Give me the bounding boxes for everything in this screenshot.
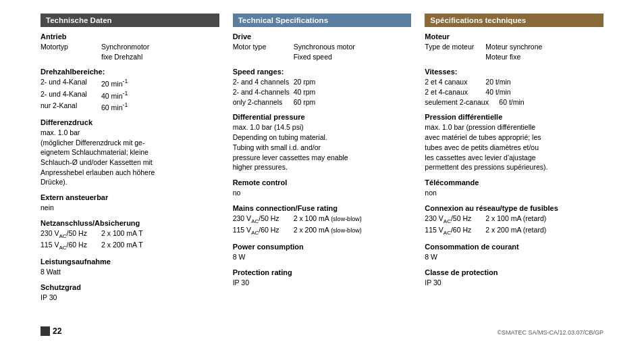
vitesse-label-3: seulement 2-canaux: [425, 97, 499, 107]
connexion-value-1: 2 x 100 mA (retard): [485, 214, 546, 225]
section-body-telecommande: non: [425, 188, 603, 198]
section-body-classe: IP 30: [425, 278, 603, 288]
section-title-classe: Classe de protection: [425, 268, 603, 276]
col-header-de: Technische Daten: [41, 14, 219, 27]
section-title-leistung: Leistungsaufnahme: [41, 257, 219, 266]
section-body-mains: 230 VAC/50 Hz 2 x 100 mA (slow-blow) 115…: [233, 214, 412, 237]
mains-label-2: 115 VAC/60 Hz: [233, 225, 294, 237]
section-classe: Classe de protection IP 30: [425, 268, 603, 288]
section-title-protection: Protection rating: [233, 268, 412, 276]
section-body-pression: max. 1.0 bar (pression différentielle av…: [425, 122, 603, 172]
section-title-drehzahl: Drehzahlbereiche:: [41, 68, 219, 76]
section-body-extern: nein: [41, 203, 219, 213]
page: Technische Daten Antrieb Motortyp Synchr…: [0, 0, 644, 344]
section-netzanschluss: Netzanschluss/Absicherung 230 VAC/50 Hz …: [41, 219, 219, 252]
connexion-value-2: 2 x 200 mA (retard): [485, 225, 546, 237]
page-number-container: 22: [41, 326, 61, 336]
columns-container: Technische Daten Antrieb Motortyp Synchr…: [41, 14, 603, 330]
section-title-consommation: Consommation de courant: [425, 243, 603, 251]
section-title-diff-pressure: Differential pressure: [233, 113, 412, 121]
section-differenzdruck: Differenzdruck max. 1.0 bar (möglicher D…: [41, 118, 219, 187]
section-title-telecommande: Télécommande: [425, 178, 603, 187]
drehzahl-label-2: 2- und 4-Kanal: [41, 89, 101, 101]
section-title-vitesses: Vitesses:: [425, 68, 603, 76]
drehzahl-label-3: nur 2-Kanal: [41, 101, 101, 112]
column-de: Technische Daten Antrieb Motortyp Synchr…: [41, 14, 226, 330]
speed-value-3: 60 rpm: [294, 97, 316, 107]
netz-value-1: 2 x 100 mA T: [101, 228, 143, 240]
section-body-schutz: IP 30: [41, 293, 219, 303]
section-body-vitesses: 2 et 4 canaux 20 t/min 2 et 4-canaux 40 …: [425, 77, 603, 107]
speed-value-2: 40 rpm: [294, 87, 316, 97]
netz-label-1: 230 VAC/50 Hz: [41, 228, 101, 240]
section-body-speed: 2- and 4 channels 20 rpm 2- and 4-channe…: [233, 77, 412, 107]
column-fr: Spécifications techniques Moteur Type de…: [418, 14, 603, 330]
section-title-mains: Mains connection/Fuse rating: [233, 204, 412, 212]
type-moteur-value: Moteur synchroneMoteur fixe: [485, 42, 542, 62]
section-body-drehzahl: 2- und 4-Kanal 20 min-1 2- und 4-Kanal 4…: [41, 77, 219, 112]
section-body-consommation: 8 W: [425, 252, 603, 262]
section-body-drive: Motor type Synchronous motorFixed speed: [233, 42, 412, 62]
section-connexion: Connexion au réseau/type de fusibles 230…: [425, 204, 603, 237]
section-title-pression: Pression différentielle: [425, 113, 603, 121]
section-extern: Extern ansteuerbar nein: [41, 193, 219, 213]
section-protection: Protection rating IP 30: [233, 268, 412, 288]
section-body-diff-pressure: max. 1.0 bar (14.5 psi) Depending on tub…: [233, 122, 412, 172]
section-title-schutz: Schutzgrad: [41, 283, 219, 291]
netz-value-2: 2 x 200 mA T: [101, 240, 143, 251]
section-title-remote: Remote control: [233, 178, 412, 187]
section-schutzgrad: Schutzgrad IP 30: [41, 283, 219, 303]
section-title-moteur: Moteur: [425, 32, 603, 41]
speed-label-2: 2- and 4-channels: [233, 87, 294, 97]
vitesse-value-1: 20 t/min: [485, 77, 510, 87]
section-title-differenzdruck: Differenzdruck: [41, 118, 219, 126]
section-drehzahl: Drehzahlbereiche: 2- und 4-Kanal 20 min-…: [41, 68, 219, 112]
section-title-speed: Speed ranges:: [233, 68, 412, 76]
section-title-antrieb: Antrieb: [41, 32, 219, 41]
section-diff-pressure: Differential pressure max. 1.0 bar (14.5…: [233, 113, 412, 172]
connexion-label-1: 230 VAC/50 Hz: [425, 214, 485, 225]
page-number-text: 22: [53, 326, 61, 336]
section-leistung: Leistungsaufnahme 8 Watt: [41, 257, 219, 277]
section-title-power: Power consumption: [233, 243, 412, 251]
section-title-drive: Drive: [233, 32, 412, 41]
section-body-differenzdruck: max. 1.0 bar (möglicher Differenzdruck m…: [41, 128, 219, 187]
section-title-connexion: Connexion au réseau/type de fusibles: [425, 204, 603, 212]
col-header-en: Technical Specifications: [233, 14, 412, 27]
vitesse-value-3: 60 t/min: [499, 97, 524, 107]
speed-label-1: 2- and 4 channels: [233, 77, 294, 87]
col-header-fr: Spécifications techniques: [425, 14, 603, 27]
section-body-antrieb: Motortyp Synchronmotorfixe Drehzahl: [41, 42, 219, 62]
section-mains: Mains connection/Fuse rating 230 VAC/50 …: [233, 204, 412, 237]
section-power: Power consumption 8 W: [233, 243, 412, 262]
netz-label-2: 115 VAC/60 Hz: [41, 240, 101, 251]
section-body-remote: no: [233, 188, 412, 198]
footer-note: ©SMATEC SA/MS-CA/12.03.07/CB/GP: [497, 329, 603, 336]
motortyp-label: Motortyp: [41, 42, 101, 62]
section-vitesses: Vitesses: 2 et 4 canaux 20 t/min 2 et 4-…: [425, 68, 603, 107]
section-pression: Pression différentielle max. 1.0 bar (pr…: [425, 113, 603, 172]
section-body-netz: 230 VAC/50 Hz 2 x 100 mA T 115 VAC/60 Hz…: [41, 228, 219, 252]
section-telecommande: Télécommande non: [425, 178, 603, 198]
drehzahl-label-1: 2- und 4-Kanal: [41, 77, 101, 89]
section-title-extern: Extern ansteuerbar: [41, 193, 219, 201]
section-drive: Drive Motor type Synchronous motorFixed …: [233, 32, 412, 62]
motor-type-label: Motor type: [233, 42, 294, 62]
section-moteur: Moteur Type de moteur Moteur synchroneMo…: [425, 32, 603, 62]
speed-label-3: only 2-channels: [233, 97, 294, 107]
column-en: Technical Specifications Drive Motor typ…: [226, 14, 419, 330]
section-consommation: Consommation de courant 8 W: [425, 243, 603, 262]
section-speed: Speed ranges: 2- and 4 channels 20 rpm 2…: [233, 68, 412, 107]
motor-type-value: Synchronous motorFixed speed: [294, 42, 355, 62]
type-moteur-label: Type de moteur: [425, 42, 485, 62]
vitesse-label-1: 2 et 4 canaux: [425, 77, 485, 87]
section-antrieb: Antrieb Motortyp Synchronmotorfixe Drehz…: [41, 32, 219, 62]
mains-value-1: 2 x 100 mA (slow-blow): [294, 214, 362, 225]
mains-value-2: 2 x 200 mA (slow-blow): [294, 225, 362, 237]
section-body-power: 8 W: [233, 252, 412, 262]
section-body-connexion: 230 VAC/50 Hz 2 x 100 mA (retard) 115 VA…: [425, 214, 603, 237]
vitesse-label-2: 2 et 4-canaux: [425, 87, 485, 97]
section-remote: Remote control no: [233, 178, 412, 198]
connexion-label-2: 115 VAC/60 Hz: [425, 225, 485, 237]
drehzahl-value-3: 60 min-1: [101, 101, 128, 112]
